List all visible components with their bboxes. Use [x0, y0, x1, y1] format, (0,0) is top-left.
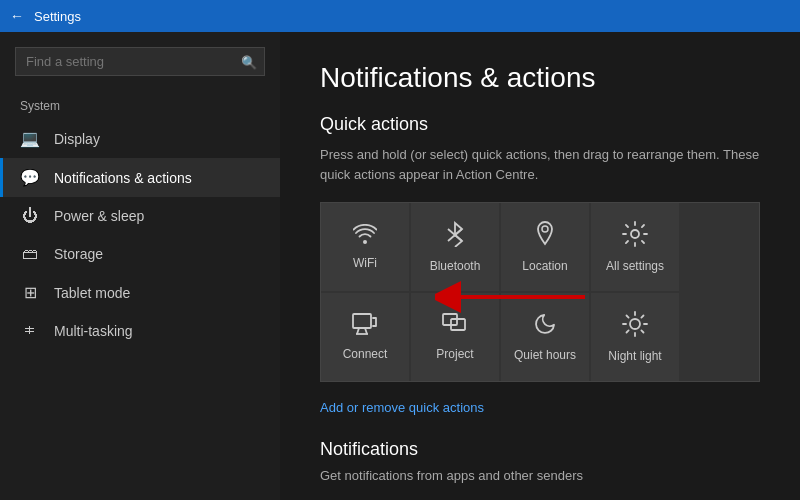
multitasking-icon: ⧧ — [20, 322, 40, 340]
sidebar: 🔍 System 💻 Display 💬 Notifications & act… — [0, 32, 280, 500]
quick-actions-title: Quick actions — [320, 114, 760, 135]
wifi-icon — [353, 224, 377, 250]
content-area: Notifications & actions Quick actions Pr… — [280, 32, 800, 500]
main-layout: 🔍 System 💻 Display 💬 Notifications & act… — [0, 32, 800, 500]
svg-line-16 — [641, 330, 643, 332]
sidebar-item-label-tablet: Tablet mode — [54, 285, 130, 301]
sidebar-item-label-multitasking: Multi-tasking — [54, 323, 133, 339]
notifications-icon: 💬 — [20, 168, 40, 187]
qa-tile-bluetooth[interactable]: Bluetooth — [411, 203, 499, 291]
sidebar-item-notifications[interactable]: 💬 Notifications & actions — [0, 158, 280, 197]
back-button[interactable]: ← — [10, 8, 24, 24]
qa-tile-connect[interactable]: Connect — [321, 293, 409, 381]
qa-label-bluetooth: Bluetooth — [430, 259, 481, 273]
svg-point-10 — [630, 319, 640, 329]
notifications-section-desc: Get notifications from apps and other se… — [320, 468, 760, 483]
connect-icon — [352, 313, 378, 341]
location-icon — [534, 221, 556, 253]
qa-label-connect: Connect — [343, 347, 388, 361]
qa-tile-wifi[interactable]: WiFi — [321, 203, 409, 291]
qa-label-nightlight: Night light — [608, 349, 661, 363]
search-icon: 🔍 — [241, 54, 257, 69]
sidebar-item-power[interactable]: ⏻ Power & sleep — [0, 197, 280, 235]
qa-tile-nightlight[interactable]: Night light — [591, 293, 679, 381]
qa-tile-quiet[interactable]: Quiet hours — [501, 293, 589, 381]
qa-label-quiet: Quiet hours — [514, 348, 576, 362]
sidebar-item-label-notifications: Notifications & actions — [54, 170, 192, 186]
bluetooth-icon — [446, 221, 464, 253]
svg-point-3 — [631, 230, 639, 238]
qa-label-wifi: WiFi — [353, 256, 377, 270]
qa-label-allsettings: All settings — [606, 259, 664, 273]
sidebar-item-storage[interactable]: 🗃 Storage — [0, 235, 280, 273]
qa-label-location: Location — [522, 259, 567, 273]
sidebar-section-label: System — [0, 91, 280, 119]
search-box[interactable]: 🔍 — [15, 47, 265, 76]
quick-actions-desc: Press and hold (or select) quick actions… — [320, 145, 760, 184]
notifications-section-title: Notifications — [320, 439, 760, 460]
qa-label-project: Project — [436, 347, 473, 361]
settings-icon — [622, 221, 648, 253]
add-remove-link[interactable]: Add or remove quick actions — [320, 400, 484, 415]
storage-icon: 🗃 — [20, 245, 40, 263]
svg-line-18 — [627, 330, 629, 332]
svg-line-15 — [627, 316, 629, 318]
search-input[interactable] — [15, 47, 265, 76]
page-title: Notifications & actions — [320, 62, 760, 94]
sidebar-item-display[interactable]: 💻 Display — [0, 119, 280, 158]
power-icon: ⏻ — [20, 207, 40, 225]
tablet-icon: ⊞ — [20, 283, 40, 302]
sidebar-item-label-display: Display — [54, 131, 100, 147]
qa-tile-project[interactable]: Project — [411, 293, 499, 381]
sidebar-item-multitasking[interactable]: ⧧ Multi-tasking — [0, 312, 280, 350]
svg-point-2 — [542, 226, 548, 232]
svg-rect-4 — [353, 314, 371, 328]
qa-tile-allsettings[interactable]: All settings — [591, 203, 679, 291]
quiet-icon — [533, 312, 557, 342]
display-icon: 💻 — [20, 129, 40, 148]
quick-actions-grid: WiFi Bluetooth — [320, 202, 760, 382]
project-icon — [442, 313, 468, 341]
qa-tile-location[interactable]: Location — [501, 203, 589, 291]
sidebar-item-label-storage: Storage — [54, 246, 103, 262]
nightlight-icon — [622, 311, 648, 343]
sidebar-item-tablet[interactable]: ⊞ Tablet mode — [0, 273, 280, 312]
title-bar-label: Settings — [34, 9, 81, 24]
title-bar: ← Settings — [0, 0, 800, 32]
svg-line-17 — [641, 316, 643, 318]
sidebar-item-label-power: Power & sleep — [54, 208, 144, 224]
